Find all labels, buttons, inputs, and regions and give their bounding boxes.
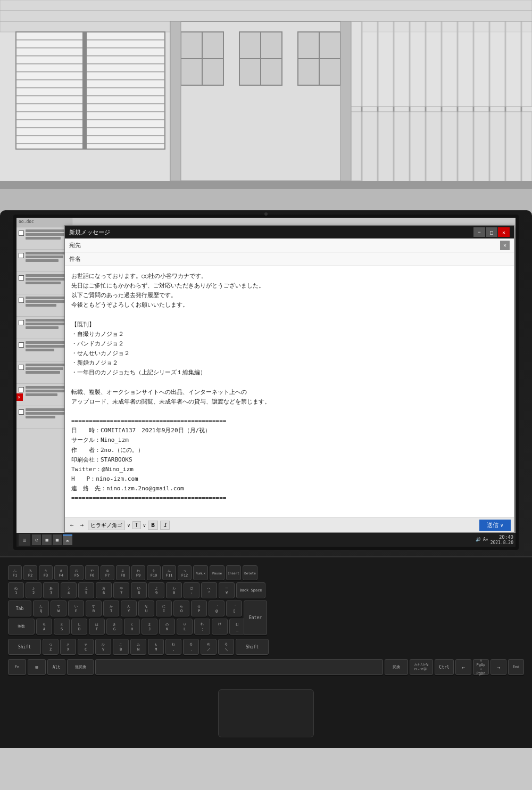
checkbox[interactable] (19, 409, 24, 415)
key-eisu[interactable]: 英数 (8, 619, 35, 635)
key-end[interactable]: End (508, 659, 524, 675)
key-w[interactable]: てW (51, 600, 66, 616)
key-1[interactable]: ぬ1 (8, 582, 24, 598)
key-c[interactable]: そC (78, 639, 94, 655)
key-f10[interactable]: を F10 (147, 565, 161, 580)
checkbox[interactable] (19, 253, 24, 258)
key-period[interactable]: る． (183, 639, 199, 655)
key-0[interactable]: わ0 (166, 582, 182, 598)
key-7[interactable]: や7 (113, 582, 129, 598)
key-j[interactable]: まJ (142, 619, 157, 635)
send-dropdown-icon[interactable]: ∨ (501, 523, 503, 528)
key-shift-l[interactable]: Shift (8, 639, 41, 655)
send-button[interactable]: 送信 ∨ (479, 520, 511, 531)
taskbar-item-email[interactable]: ✉ (63, 534, 72, 545)
maximize-button[interactable]: □ (486, 227, 497, 237)
key-9[interactable]: よ9 (148, 582, 164, 598)
key-comma[interactable]: ね， (165, 639, 181, 655)
nav-back-button[interactable]: ← (68, 521, 76, 530)
key-katakana[interactable]: カナ/かなロ－マ字 (410, 659, 433, 675)
key-muhenkan[interactable]: 無変換 (67, 659, 94, 675)
key-t[interactable]: かT (103, 600, 119, 616)
key-f5[interactable]: お F5 (70, 565, 84, 580)
checkbox[interactable] (19, 298, 24, 303)
key-4[interactable]: う4 (61, 582, 77, 598)
key-r[interactable]: すR (86, 600, 102, 616)
key-x[interactable]: さX (60, 639, 76, 655)
key-underscore[interactable]: む_ (229, 619, 245, 635)
key-v[interactable]: ひV (95, 639, 111, 655)
minimize-button[interactable]: － (473, 227, 485, 237)
key-semicolon[interactable]: れ； (194, 619, 210, 635)
key-u[interactable]: なU (138, 600, 154, 616)
key-h[interactable]: くH (124, 619, 140, 635)
key-bracket-l[interactable]: ゜[ (226, 600, 242, 616)
key-henkan[interactable]: 変換 (385, 659, 408, 675)
key-space[interactable] (95, 659, 383, 675)
subject-input[interactable] (90, 256, 510, 262)
key-q[interactable]: たQ (33, 600, 49, 616)
key-delete[interactable]: Delete (243, 565, 257, 580)
key-3[interactable]: あ3 (43, 582, 59, 598)
key-arrow-right[interactable]: → (491, 659, 506, 675)
key-f12[interactable]: っ F12 (178, 565, 192, 580)
key-2[interactable]: ふ2 (26, 582, 41, 598)
key-minus[interactable]: ほ- (184, 582, 200, 598)
font-selector[interactable]: ヒラギノ角ゴ (88, 521, 125, 530)
key-caret[interactable]: へ^ (201, 582, 217, 598)
key-b[interactable]: こB (113, 639, 129, 655)
font-dropdown-button[interactable]: ∨ (127, 523, 130, 528)
key-f4[interactable]: え F4 (54, 565, 68, 580)
key-numlk[interactable]: NumLk (193, 565, 208, 580)
key-l[interactable]: りL (177, 619, 193, 635)
key-6[interactable]: お6 (96, 582, 112, 598)
key-fn[interactable]: Fn (8, 659, 26, 675)
checkbox[interactable] (19, 342, 24, 348)
key-f8[interactable]: よ F8 (116, 565, 130, 580)
taskbar-item-browser[interactable]: e (32, 534, 41, 545)
to-input[interactable] (90, 242, 500, 249)
checkbox[interactable] (19, 387, 24, 392)
key-ctrl-r[interactable]: Ctrl (435, 659, 454, 675)
checkbox[interactable] (19, 231, 24, 236)
key-colon[interactable]: け： (212, 619, 228, 635)
key-p[interactable]: せP (191, 600, 207, 616)
key-f6[interactable]: や F6 (85, 565, 99, 580)
key-8[interactable]: ゆ8 (131, 582, 147, 598)
key-enter[interactable]: Enter (244, 600, 267, 635)
key-a[interactable]: ちA (36, 619, 52, 635)
key-win[interactable]: ⊞ (28, 659, 46, 675)
text-size-dropdown[interactable]: ∨ (143, 523, 146, 528)
taskbar-item-app2[interactable]: ■ (53, 534, 62, 545)
text-size-selector[interactable]: T (132, 521, 141, 529)
key-f3[interactable]: う F3 (39, 565, 53, 580)
key-yen[interactable]: ー¥ (219, 582, 235, 598)
to-close-button[interactable]: ✕ (500, 241, 510, 250)
key-f2[interactable]: あ F2 (23, 565, 37, 580)
taskbar-item-app1[interactable]: ■ (42, 534, 51, 545)
start-button[interactable]: ⊞ (19, 534, 30, 546)
key-insert[interactable]: Insert (226, 565, 241, 580)
key-backslash[interactable]: ろ＼ (218, 639, 234, 655)
nav-forward-button[interactable]: → (78, 521, 86, 530)
key-arrow-left[interactable]: ← (455, 659, 471, 675)
key-s[interactable]: とS (54, 619, 70, 635)
key-n[interactable]: みN (130, 639, 146, 655)
key-pause[interactable]: Pause (210, 565, 225, 580)
key-f7[interactable]: ゆ F7 (101, 565, 114, 580)
key-at[interactable]: ゛@ (209, 600, 225, 616)
key-d[interactable]: しD (71, 619, 87, 635)
touchpad[interactable] (218, 689, 314, 737)
close-button[interactable]: ✕ (498, 227, 510, 237)
key-f11[interactable]: ん F11 (162, 565, 176, 580)
italic-button[interactable]: I (160, 521, 170, 530)
key-i[interactable]: にI (156, 600, 172, 616)
key-shift-r[interactable]: Shift (236, 639, 269, 655)
key-k[interactable]: のK (159, 619, 175, 635)
key-f1[interactable]: ふ F1 (8, 565, 22, 580)
checkbox[interactable] (19, 320, 24, 325)
key-5[interactable]: え5 (78, 582, 94, 598)
key-o[interactable]: らO (173, 600, 189, 616)
checkbox[interactable] (19, 275, 24, 281)
key-e[interactable]: いE (68, 600, 84, 616)
